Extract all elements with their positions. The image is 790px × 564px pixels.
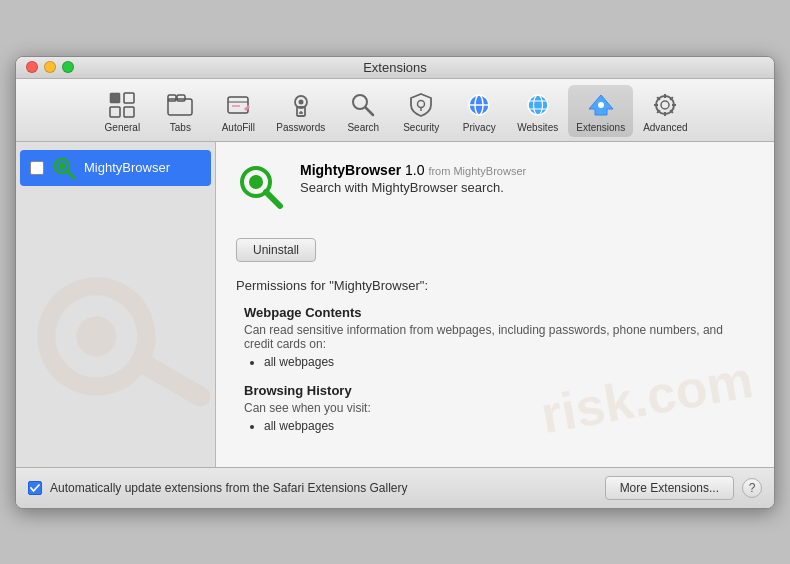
traffic-lights [26, 61, 74, 73]
svg-rect-2 [110, 107, 120, 117]
sidebar: MightyBrowser [16, 142, 216, 467]
auto-update-checkbox[interactable] [28, 481, 42, 495]
more-extensions-button[interactable]: More Extensions... [605, 476, 734, 500]
window-title: Extensions [363, 60, 427, 75]
svg-line-16 [366, 107, 374, 115]
svg-point-29 [598, 102, 604, 108]
svg-line-41 [68, 171, 75, 178]
permission-group-0: Webpage Contents Can read sensitive info… [236, 305, 754, 369]
content-area: MightyBrowser [16, 142, 774, 467]
list-item: all webpages [264, 419, 754, 433]
advanced-icon [649, 89, 681, 121]
svg-point-43 [35, 275, 157, 397]
svg-rect-6 [177, 95, 185, 101]
toolbar-item-autofill[interactable]: AutoFill [210, 85, 266, 137]
advanced-label: Advanced [643, 122, 687, 133]
search-label: Search [347, 122, 379, 133]
websites-label: Websites [517, 122, 558, 133]
general-label: General [105, 122, 141, 133]
uninstall-button[interactable]: Uninstall [236, 238, 316, 262]
extension-header: MightyBrowser 1.0 from MightyBrowser Sea… [236, 162, 754, 210]
toolbar-item-tabs[interactable]: Tabs [152, 85, 208, 137]
main-window: Extensions General [15, 56, 775, 509]
toolbar-item-search[interactable]: Search [335, 85, 391, 137]
main-panel: MightyBrowser 1.0 from MightyBrowser Sea… [216, 142, 774, 467]
svg-rect-0 [110, 93, 120, 103]
svg-line-45 [142, 351, 200, 409]
toolbar-item-privacy[interactable]: Privacy [451, 85, 507, 137]
close-button[interactable] [26, 61, 38, 73]
extensions-label: Extensions [576, 122, 625, 133]
list-item: all webpages [264, 355, 754, 369]
websites-icon [522, 89, 554, 121]
toolbar-item-advanced[interactable]: Advanced [635, 85, 695, 137]
svg-rect-7 [228, 97, 248, 113]
permission-group-0-list: all webpages [244, 355, 754, 369]
svg-point-12 [298, 99, 303, 104]
extension-from: from MightyBrowser [428, 165, 526, 177]
permission-group-0-desc: Can read sensitive information from webp… [244, 323, 754, 351]
extensions-icon [585, 89, 617, 121]
svg-point-17 [418, 100, 425, 107]
sidebar-item-mightybrowser[interactable]: MightyBrowser [20, 150, 211, 186]
autofill-label: AutoFill [222, 122, 255, 133]
permission-group-1-desc: Can see when you visit: [244, 401, 754, 415]
auto-update-label: Automatically update extensions from the… [50, 481, 597, 495]
autofill-icon [222, 89, 254, 121]
permission-group-1-list: all webpages [244, 419, 754, 433]
permission-group-0-title: Webpage Contents [244, 305, 754, 320]
svg-rect-5 [168, 95, 176, 101]
svg-point-31 [661, 101, 669, 109]
passwords-icon [285, 89, 317, 121]
tabs-label: Tabs [170, 122, 191, 133]
permissions-heading: Permissions for "MightyBrowser": [236, 278, 754, 293]
toolbar-item-general[interactable]: General [94, 85, 150, 137]
privacy-label: Privacy [463, 122, 496, 133]
svg-rect-1 [124, 93, 134, 103]
security-icon [405, 89, 437, 121]
minimize-button[interactable] [44, 61, 56, 73]
extension-name: MightyBrowser 1.0 from MightyBrowser [300, 162, 754, 178]
titlebar: Extensions [16, 57, 774, 79]
toolbar-item-security[interactable]: Security [393, 85, 449, 137]
permission-group-1: Browsing History Can see when you visit:… [236, 383, 754, 433]
svg-rect-3 [124, 107, 134, 117]
sidebar-item-label: MightyBrowser [84, 160, 170, 175]
tabs-icon [164, 89, 196, 121]
search-toolbar-icon [347, 89, 379, 121]
toolbar-item-extensions[interactable]: Extensions [568, 85, 633, 137]
extension-info: MightyBrowser 1.0 from MightyBrowser Sea… [300, 162, 754, 195]
sidebar-extension-icon [52, 156, 76, 180]
permission-group-1-title: Browsing History [244, 383, 754, 398]
extension-large-icon [236, 162, 284, 210]
sidebar-watermark [16, 246, 216, 457]
sidebar-checkbox[interactable] [30, 161, 44, 175]
svg-line-48 [266, 192, 280, 206]
extension-description: Search with MightyBrowser search. [300, 180, 754, 195]
toolbar-item-passwords[interactable]: Passwords [268, 85, 333, 137]
bottom-bar: Automatically update extensions from the… [16, 467, 774, 508]
general-icon [106, 89, 138, 121]
privacy-icon [463, 89, 495, 121]
passwords-label: Passwords [276, 122, 325, 133]
svg-point-42 [59, 162, 66, 169]
toolbar: General Tabs Auto [16, 79, 774, 142]
security-label: Security [403, 122, 439, 133]
svg-point-44 [71, 312, 120, 361]
toolbar-item-websites[interactable]: Websites [509, 85, 566, 137]
help-button[interactable]: ? [742, 478, 762, 498]
maximize-button[interactable] [62, 61, 74, 73]
svg-point-47 [249, 175, 263, 189]
